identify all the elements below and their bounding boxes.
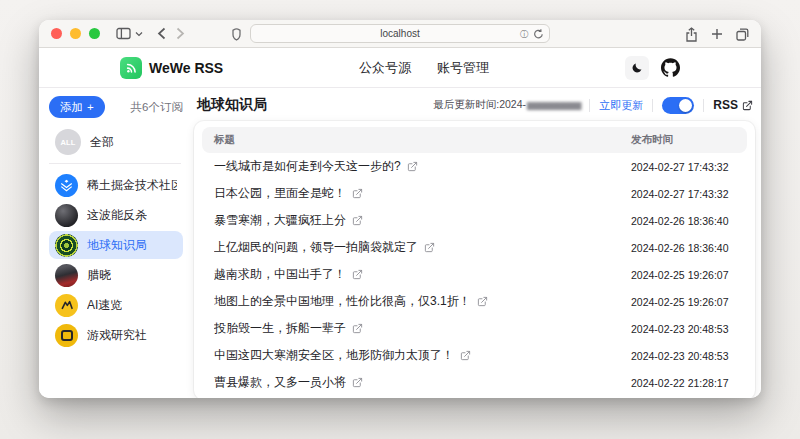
external-link-icon[interactable]: [477, 296, 488, 307]
minimize-window-button[interactable]: [70, 28, 81, 39]
reload-icon[interactable]: [533, 28, 544, 42]
app-nav: 公众号源 账号管理: [223, 59, 625, 77]
nav-item-accounts[interactable]: 账号管理: [437, 59, 489, 77]
subscription-avatar: [55, 174, 78, 197]
article-row[interactable]: 暴雪寒潮，大疆疯狂上分 2024-02-26 18:36:40: [202, 207, 747, 234]
divider: [652, 99, 653, 112]
external-link-icon[interactable]: [407, 161, 418, 172]
external-link-icon[interactable]: [352, 323, 363, 334]
subscription-label: 全部: [90, 134, 114, 151]
article-publish-time: 2024-02-25 19:26:07: [631, 296, 747, 308]
article-title-cell: 越南求助，中国出手了！: [202, 266, 631, 283]
last-update-time: 最后更新时间:2024-▆▆▆▆▆▆▆▆▆: [433, 98, 580, 112]
nav-item-feeds[interactable]: 公众号源: [359, 59, 411, 77]
article-row[interactable]: 投胎毁一生，拆船一辈子 2024-02-23 20:48:53: [202, 315, 747, 342]
privacy-shield-icon[interactable]: [232, 27, 241, 45]
external-link-icon[interactable]: [424, 242, 435, 253]
article-title-cell: 暴雪寒潮，大疆疯狂上分: [202, 212, 631, 229]
forward-button-icon[interactable]: [176, 27, 185, 40]
browser-toolbar: localhost ⓘ: [39, 20, 761, 48]
article-title[interactable]: 一线城市是如何走到今天这一步的?: [214, 158, 401, 175]
browser-window: localhost ⓘ WeWe RSS: [39, 20, 761, 398]
article-row[interactable]: 中国这四大寒潮安全区，地形防御力太顶了！ 2024-02-23 20:48:53: [202, 342, 747, 369]
mountain-icon: [59, 297, 75, 313]
juejin-layers-icon: [58, 177, 75, 194]
external-link-icon: [742, 100, 753, 111]
plus-icon: +: [87, 101, 94, 113]
subscription-label: 游戏研究社: [87, 327, 147, 344]
rss-link[interactable]: RSS: [713, 98, 753, 112]
article-title[interactable]: 日本公园，里面全是蛇！: [214, 185, 346, 202]
sidebar-subscription-item[interactable]: AI速览: [49, 291, 183, 319]
article-row[interactable]: 地图上的全景中国地理，性价比很高，仅3.1折！ 2024-02-25 19:26…: [202, 288, 747, 315]
feed-panel: 地球知识局 最后更新时间:2024-▆▆▆▆▆▆▆▆▆ 立即更新 RSS: [189, 88, 761, 398]
article-publish-time: 2024-02-26 18:36:40: [631, 242, 747, 254]
share-icon[interactable]: [685, 27, 698, 42]
divider: [589, 99, 590, 112]
external-link-icon[interactable]: [352, 377, 363, 388]
article-row[interactable]: 日本公园，里面全是蛇！ 2024-02-27 17:43:32: [202, 180, 747, 207]
article-title[interactable]: 曹县爆款，又多一员小将: [214, 374, 346, 391]
new-tab-icon[interactable]: [711, 28, 723, 40]
rss-logo-icon: [120, 57, 142, 79]
column-header-time: 发布时间: [631, 133, 747, 147]
redacted-timestamp: ▆▆▆▆▆▆▆▆▆: [527, 100, 580, 110]
refresh-now-link[interactable]: 立即更新: [599, 98, 643, 113]
article-title[interactable]: 中国这四大寒潮安全区，地形防御力太顶了！: [214, 347, 454, 364]
external-link-icon[interactable]: [460, 350, 471, 361]
external-link-icon[interactable]: [352, 188, 363, 199]
app-header: WeWe RSS 公众号源 账号管理: [39, 48, 761, 88]
article-title[interactable]: 越南求助，中国出手了！: [214, 266, 346, 283]
article-publish-time: 2024-02-23 20:48:53: [631, 323, 747, 335]
article-row[interactable]: 曹县爆款，又多一员小将 2024-02-22 21:28:17: [202, 369, 747, 396]
chevron-down-icon[interactable]: [135, 31, 143, 37]
feed-enabled-toggle[interactable]: [662, 97, 694, 114]
divider: [703, 99, 704, 112]
article-title[interactable]: 地图上的全景中国地理，性价比很高，仅3.1折！: [214, 293, 471, 310]
app-title: WeWe RSS: [149, 60, 223, 76]
back-button-icon[interactable]: [157, 27, 166, 40]
dark-mode-toggle-button[interactable]: [625, 56, 649, 80]
subscription-avatar: [55, 324, 78, 347]
moon-icon: [631, 62, 643, 74]
article-title-cell: 中国这四大寒潮安全区，地形防御力太顶了！: [202, 347, 631, 364]
sidebar-divider: [49, 163, 181, 164]
article-title[interactable]: 投胎毁一生，拆船一辈子: [214, 320, 346, 337]
sidebar-subscription-item[interactable]: ALL 全部: [49, 128, 183, 156]
sidebar-subscription-item[interactable]: 游戏研究社: [49, 321, 183, 349]
feed-title: 地球知识局: [197, 96, 267, 114]
zoom-window-button[interactable]: [89, 28, 100, 39]
privacy-report-icon[interactable]: ⓘ: [520, 29, 528, 40]
sidebar-subscription-item[interactable]: 腊晓: [49, 261, 183, 289]
app-brand[interactable]: WeWe RSS: [120, 57, 223, 79]
article-title-cell: 投胎毁一生，拆船一辈子: [202, 320, 631, 337]
article-title[interactable]: 暴雪寒潮，大疆疯狂上分: [214, 212, 346, 229]
article-table-card: 标题 发布时间 一线城市是如何走到今天这一步的? 2024-02-27 17:4…: [194, 121, 755, 398]
external-link-icon[interactable]: [352, 215, 363, 226]
sidebar-subscription-item[interactable]: 稀土掘金技术社区: [49, 171, 183, 199]
add-subscription-button[interactable]: 添加+: [49, 96, 105, 118]
rss-link-label: RSS: [713, 98, 738, 112]
article-publish-time: 2024-02-26 18:36:40: [631, 215, 747, 227]
github-icon[interactable]: [661, 58, 680, 77]
traffic-lights: [51, 28, 100, 39]
subscription-label: 地球知识局: [87, 237, 147, 254]
article-row[interactable]: 上亿烟民的问题，领导一拍脑袋就定了 2024-02-26 18:36:40: [202, 234, 747, 261]
article-title-cell: 曹县爆款，又多一员小将: [202, 374, 631, 391]
article-row[interactable]: 越南求助，中国出手了！ 2024-02-25 19:26:07: [202, 261, 747, 288]
subscription-label: 腊晓: [87, 267, 111, 284]
sidebar-subscription-item[interactable]: 这波能反杀: [49, 201, 183, 229]
external-link-icon[interactable]: [352, 269, 363, 280]
subscription-list: ALL 全部 稀土掘金技术社区 这波能反杀 地球知识局: [49, 128, 183, 349]
article-row[interactable]: 一线城市是如何走到今天这一步的? 2024-02-27 17:43:32: [202, 153, 747, 180]
sidebar-toggle-icon[interactable]: [116, 27, 131, 40]
article-title-cell: 地图上的全景中国地理，性价比很高，仅3.1折！: [202, 293, 631, 310]
toggle-knob: [679, 99, 692, 112]
close-window-button[interactable]: [51, 28, 62, 39]
address-bar[interactable]: localhost ⓘ: [250, 24, 550, 43]
game-square-icon: [61, 330, 73, 341]
tab-overview-icon[interactable]: [736, 28, 749, 41]
sidebar-subscription-item[interactable]: 地球知识局: [49, 231, 183, 259]
article-title[interactable]: 上亿烟民的问题，领导一拍脑袋就定了: [214, 239, 418, 256]
address-bar-url: localhost: [380, 28, 419, 39]
